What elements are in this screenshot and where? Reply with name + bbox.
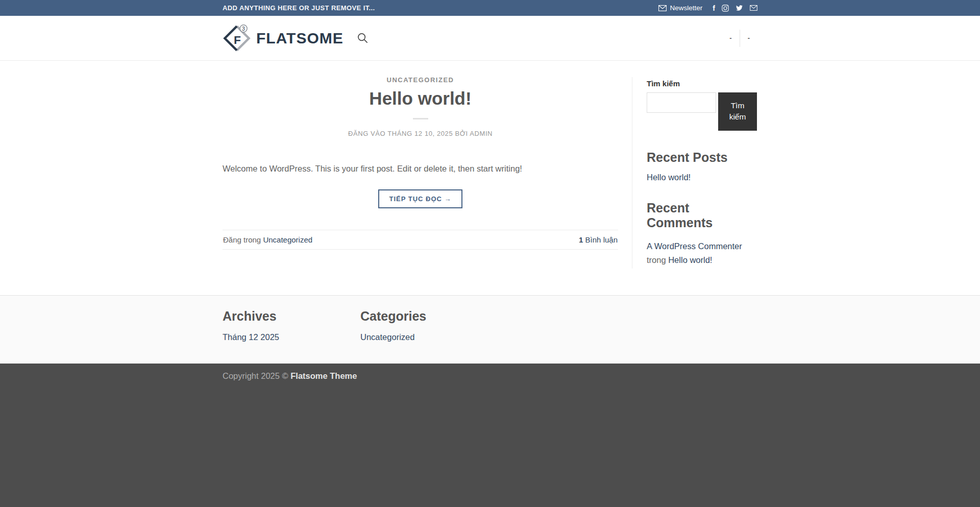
post-byline: ĐĂNG VÀO THÁNG 12 10, 2025 BỞI ADMIN (223, 130, 618, 137)
posted-in: Đăng trong Uncategorized (223, 235, 312, 244)
topbar-right: Newsletter f (658, 4, 757, 12)
sidebar: Tìm kiếm Tìm kiếm Recent Posts Hello wor… (647, 61, 757, 295)
footer-widgets: Archives Tháng 12 2025 Categories Uncate… (0, 295, 980, 364)
content-sidebar-divider (632, 77, 632, 269)
sidebar-search-button[interactable]: Tìm kiếm (718, 92, 757, 131)
category-link[interactable]: Uncategorized (360, 332, 414, 342)
top-bar: ADD ANYTHING HERE OR JUST REMOVE IT... N… (0, 0, 980, 16)
archives-title: Archives (223, 309, 360, 324)
comment-post-link[interactable]: Hello world! (668, 255, 712, 264)
copyright-prefix: Copyright 2025 © (223, 371, 290, 380)
nav-item-1[interactable]: - (722, 34, 739, 42)
posted-in-category-link[interactable]: Uncategorized (263, 235, 312, 244)
post-category-link[interactable]: UNCATEGORIZED (387, 76, 454, 84)
absolute-footer: Copyright 2025 © Flatsome Theme (0, 364, 980, 507)
envelope-icon (658, 5, 667, 11)
archives-widget: Archives Tháng 12 2025 (223, 309, 360, 342)
nav-item-2[interactable]: - (740, 34, 757, 42)
copyright-brand: Flatsome Theme (290, 371, 357, 380)
post-meta-bar: Đăng trong Uncategorized 1 Bình luận (223, 230, 618, 250)
sidebar-search-label: Tìm kiếm (647, 79, 757, 88)
logo-badge: 3 (242, 25, 245, 31)
comment-connector: trong (647, 255, 668, 264)
post-excerpt: Welcome to WordPress. This is your first… (223, 162, 618, 175)
svg-text:F: F (234, 33, 241, 46)
twitter-icon[interactable] (736, 5, 743, 11)
categories-title: Categories (360, 309, 498, 324)
site-header: F 3 FLATSOME - - (0, 16, 980, 61)
site-logo[interactable]: F 3 FLATSOME (223, 24, 344, 53)
facebook-icon[interactable]: f (713, 5, 715, 12)
newsletter-label: Newsletter (670, 4, 703, 12)
recent-comments-widget: Recent Comments A WordPress Commenter tr… (647, 201, 757, 267)
post-title: Hello world! (223, 88, 618, 109)
flatsome-logo-icon: F 3 (223, 24, 251, 53)
email-icon[interactable] (750, 5, 757, 11)
post-article: UNCATEGORIZED Hello world! ĐĂNG VÀO THÁN… (223, 61, 618, 295)
posted-in-prefix: Đăng trong (223, 235, 263, 244)
recent-posts-title: Recent Posts (647, 150, 757, 165)
social-icons: f (713, 5, 757, 12)
copyright-text: Copyright 2025 © Flatsome Theme (223, 371, 757, 381)
comment-author-link[interactable]: A WordPress Commenter (647, 242, 742, 251)
comment-label: Bình luận (583, 235, 618, 244)
announcement-text: ADD ANYTHING HERE OR JUST REMOVE IT... (223, 4, 375, 12)
header-nav: - - (722, 30, 757, 47)
categories-widget: Categories Uncategorized (360, 309, 498, 342)
instagram-icon[interactable] (722, 5, 729, 12)
main-content: UNCATEGORIZED Hello world! ĐĂNG VÀO THÁN… (223, 61, 757, 295)
logo-text: FLATSOME (256, 30, 344, 47)
sidebar-search: Tìm kiếm (647, 92, 757, 131)
page: ADD ANYTHING HERE OR JUST REMOVE IT... N… (0, 0, 980, 507)
newsletter-link[interactable]: Newsletter (658, 4, 703, 12)
title-divider (413, 118, 428, 119)
comments-count-link[interactable]: 1 Bình luận (579, 235, 618, 244)
search-icon[interactable] (357, 32, 369, 44)
recent-comment-entry: A WordPress Commenter trong Hello world! (647, 239, 757, 267)
recent-post-link[interactable]: Hello world! (647, 173, 757, 182)
read-more-button[interactable]: TIẾP TỤC ĐỌC → (378, 189, 462, 208)
archive-link[interactable]: Tháng 12 2025 (223, 332, 279, 342)
recent-posts-widget: Recent Posts Hello world! (647, 150, 757, 182)
recent-comments-title: Recent Comments (647, 201, 757, 230)
sidebar-search-input[interactable] (647, 92, 716, 113)
